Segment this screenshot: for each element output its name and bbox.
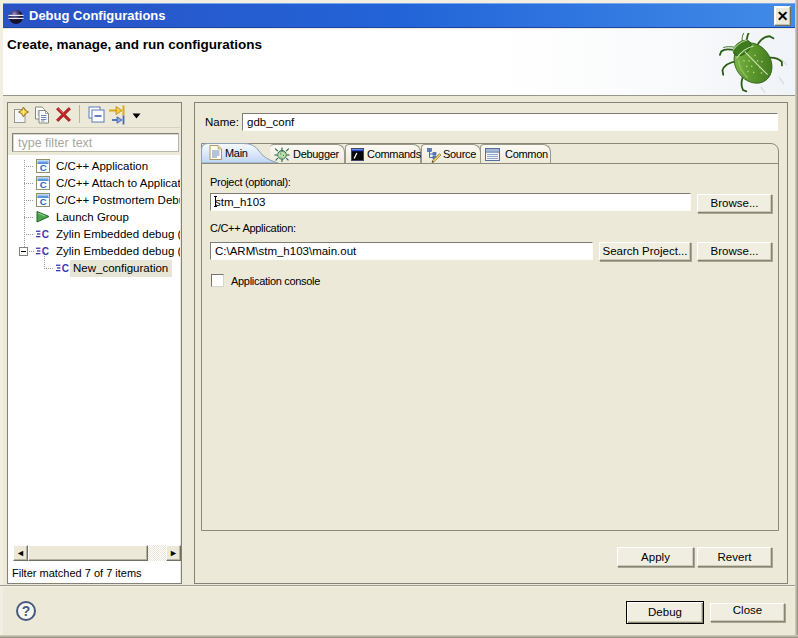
svg-text:C: C [40, 196, 47, 207]
svg-text:C: C [40, 162, 47, 173]
svg-text:C: C [62, 263, 69, 274]
svg-text:C: C [40, 179, 47, 190]
svg-text:C: C [42, 229, 49, 240]
svg-text:C: C [42, 246, 49, 257]
